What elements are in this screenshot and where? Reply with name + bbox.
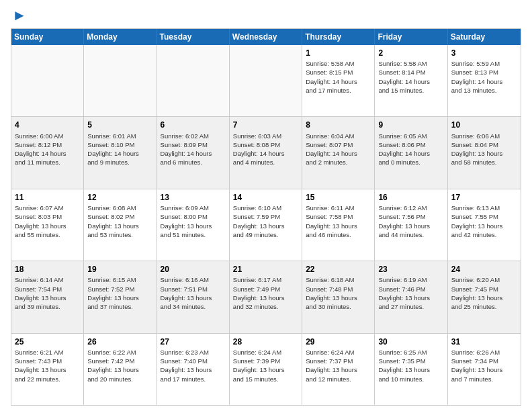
calendar-cell: 12Sunrise: 6:08 AM Sunset: 8:02 PM Dayli… xyxy=(84,189,157,261)
day-number: 26 xyxy=(87,336,152,347)
calendar-row: 4Sunrise: 6:00 AM Sunset: 8:12 PM Daylig… xyxy=(11,116,521,188)
day-info: Sunrise: 6:09 AM Sunset: 8:00 PM Dayligh… xyxy=(161,203,226,239)
day-info: Sunrise: 6:23 AM Sunset: 7:40 PM Dayligh… xyxy=(161,348,226,383)
calendar-cell: 20Sunrise: 6:16 AM Sunset: 7:51 PM Dayli… xyxy=(157,261,230,332)
day-number: 2 xyxy=(378,48,443,58)
calendar-header-cell: Saturday xyxy=(448,29,521,45)
day-info: Sunrise: 6:13 AM Sunset: 7:55 PM Dayligh… xyxy=(451,203,517,239)
day-info: Sunrise: 6:22 AM Sunset: 7:42 PM Dayligh… xyxy=(87,348,152,383)
calendar-cell: 21Sunrise: 6:17 AM Sunset: 7:49 PM Dayli… xyxy=(230,261,302,332)
day-info: Sunrise: 6:21 AM Sunset: 7:43 PM Dayligh… xyxy=(15,348,80,383)
calendar-cell: 8Sunrise: 6:04 AM Sunset: 8:07 PM Daylig… xyxy=(302,117,375,188)
calendar-row: 25Sunrise: 6:21 AM Sunset: 7:43 PM Dayli… xyxy=(11,333,521,405)
day-number: 19 xyxy=(87,264,152,275)
day-info: Sunrise: 6:14 AM Sunset: 7:54 PM Dayligh… xyxy=(15,275,80,311)
calendar-cell: 6Sunrise: 6:02 AM Sunset: 8:09 PM Daylig… xyxy=(157,117,230,188)
calendar-header-cell: Monday xyxy=(84,29,157,45)
day-info: Sunrise: 6:01 AM Sunset: 8:10 PM Dayligh… xyxy=(87,132,152,167)
calendar-cell: 19Sunrise: 6:15 AM Sunset: 7:52 PM Dayli… xyxy=(84,261,157,332)
day-info: Sunrise: 6:18 AM Sunset: 7:48 PM Dayligh… xyxy=(306,275,371,311)
calendar-cell: 5Sunrise: 6:01 AM Sunset: 8:10 PM Daylig… xyxy=(84,117,157,188)
calendar-cell: 14Sunrise: 6:10 AM Sunset: 7:59 PM Dayli… xyxy=(230,189,302,261)
calendar-cell: 29Sunrise: 6:24 AM Sunset: 7:37 PM Dayli… xyxy=(302,334,375,405)
calendar-header-cell: Wednesday xyxy=(230,29,302,45)
calendar-cell: 13Sunrise: 6:09 AM Sunset: 8:00 PM Dayli… xyxy=(157,189,230,261)
day-number: 11 xyxy=(15,192,80,203)
calendar-cell: 7Sunrise: 6:03 AM Sunset: 8:08 PM Daylig… xyxy=(230,117,302,188)
calendar-cell: 23Sunrise: 6:19 AM Sunset: 7:46 PM Dayli… xyxy=(375,261,447,332)
calendar-header-cell: Sunday xyxy=(11,29,84,45)
day-info: Sunrise: 5:58 AM Sunset: 8:14 PM Dayligh… xyxy=(378,59,443,95)
day-number: 20 xyxy=(161,264,226,275)
header: ► xyxy=(11,7,521,24)
day-info: Sunrise: 6:11 AM Sunset: 7:58 PM Dayligh… xyxy=(306,203,371,239)
day-info: Sunrise: 6:08 AM Sunset: 8:02 PM Dayligh… xyxy=(87,203,152,239)
calendar-cell: 9Sunrise: 6:05 AM Sunset: 8:06 PM Daylig… xyxy=(375,117,447,188)
day-info: Sunrise: 6:07 AM Sunset: 8:03 PM Dayligh… xyxy=(15,203,80,239)
day-number: 30 xyxy=(378,336,443,347)
day-number: 4 xyxy=(15,120,80,130)
day-number: 24 xyxy=(451,264,517,275)
calendar-cell: 25Sunrise: 6:21 AM Sunset: 7:43 PM Dayli… xyxy=(11,334,84,405)
day-info: Sunrise: 6:15 AM Sunset: 7:52 PM Dayligh… xyxy=(87,275,152,311)
day-info: Sunrise: 6:00 AM Sunset: 8:12 PM Dayligh… xyxy=(15,132,80,167)
calendar-cell: 30Sunrise: 6:25 AM Sunset: 7:35 PM Dayli… xyxy=(375,334,447,405)
day-info: Sunrise: 6:20 AM Sunset: 7:45 PM Dayligh… xyxy=(451,275,517,311)
day-number: 23 xyxy=(378,264,443,275)
day-number: 12 xyxy=(87,192,152,203)
calendar-cell: 3Sunrise: 5:59 AM Sunset: 8:13 PM Daylig… xyxy=(448,45,521,116)
calendar-cell: 18Sunrise: 6:14 AM Sunset: 7:54 PM Dayli… xyxy=(11,261,84,332)
day-info: Sunrise: 6:25 AM Sunset: 7:35 PM Dayligh… xyxy=(378,348,443,383)
day-info: Sunrise: 6:03 AM Sunset: 8:08 PM Dayligh… xyxy=(233,132,298,167)
day-number: 27 xyxy=(161,336,226,347)
day-number: 5 xyxy=(87,120,152,130)
calendar-cell: 2Sunrise: 5:58 AM Sunset: 8:14 PM Daylig… xyxy=(375,45,447,116)
calendar-header: SundayMondayTuesdayWednesdayThursdayFrid… xyxy=(11,29,521,45)
calendar-cell xyxy=(230,45,302,116)
day-number: 25 xyxy=(15,336,80,347)
day-number: 1 xyxy=(306,48,371,58)
day-number: 18 xyxy=(15,264,80,275)
day-info: Sunrise: 6:24 AM Sunset: 7:37 PM Dayligh… xyxy=(306,348,371,383)
calendar-row: 11Sunrise: 6:07 AM Sunset: 8:03 PM Dayli… xyxy=(11,189,521,261)
day-info: Sunrise: 6:05 AM Sunset: 8:06 PM Dayligh… xyxy=(378,132,443,167)
day-number: 3 xyxy=(451,48,517,58)
day-number: 31 xyxy=(451,336,517,347)
day-info: Sunrise: 6:10 AM Sunset: 7:59 PM Dayligh… xyxy=(233,203,298,239)
calendar-header-cell: Tuesday xyxy=(157,29,230,45)
calendar-cell: 22Sunrise: 6:18 AM Sunset: 7:48 PM Dayli… xyxy=(302,261,375,332)
calendar-cell: 31Sunrise: 6:26 AM Sunset: 7:34 PM Dayli… xyxy=(448,334,521,405)
day-number: 9 xyxy=(378,120,443,130)
day-number: 17 xyxy=(451,192,517,203)
day-info: Sunrise: 6:02 AM Sunset: 8:09 PM Dayligh… xyxy=(161,132,226,167)
calendar-header-cell: Thursday xyxy=(302,29,375,45)
day-number: 16 xyxy=(378,192,443,203)
day-info: Sunrise: 5:58 AM Sunset: 8:15 PM Dayligh… xyxy=(306,59,371,95)
logo-icon: ► xyxy=(12,7,27,24)
day-number: 8 xyxy=(306,120,371,130)
day-number: 15 xyxy=(306,192,371,203)
calendar-cell: 1Sunrise: 5:58 AM Sunset: 8:15 PM Daylig… xyxy=(302,45,375,116)
calendar-cell: 26Sunrise: 6:22 AM Sunset: 7:42 PM Dayli… xyxy=(84,334,157,405)
day-info: Sunrise: 6:04 AM Sunset: 8:07 PM Dayligh… xyxy=(306,132,371,167)
calendar-cell xyxy=(157,45,230,116)
day-info: Sunrise: 6:16 AM Sunset: 7:51 PM Dayligh… xyxy=(161,275,226,311)
day-info: Sunrise: 5:59 AM Sunset: 8:13 PM Dayligh… xyxy=(451,59,517,95)
day-number: 22 xyxy=(306,264,371,275)
calendar-cell xyxy=(84,45,157,116)
day-number: 14 xyxy=(233,192,298,203)
calendar-cell: 17Sunrise: 6:13 AM Sunset: 7:55 PM Dayli… xyxy=(448,189,521,261)
day-number: 7 xyxy=(233,120,298,130)
calendar-body: 1Sunrise: 5:58 AM Sunset: 8:15 PM Daylig… xyxy=(11,45,521,405)
day-info: Sunrise: 6:17 AM Sunset: 7:49 PM Dayligh… xyxy=(233,275,298,311)
day-info: Sunrise: 6:19 AM Sunset: 7:46 PM Dayligh… xyxy=(378,275,443,311)
day-number: 10 xyxy=(451,120,517,130)
calendar-cell: 27Sunrise: 6:23 AM Sunset: 7:40 PM Dayli… xyxy=(157,334,230,405)
day-info: Sunrise: 6:12 AM Sunset: 7:56 PM Dayligh… xyxy=(378,203,443,239)
calendar-cell: 28Sunrise: 6:24 AM Sunset: 7:39 PM Dayli… xyxy=(230,334,302,405)
calendar-header-cell: Friday xyxy=(375,29,447,45)
calendar-cell: 4Sunrise: 6:00 AM Sunset: 8:12 PM Daylig… xyxy=(11,117,84,188)
logo: ► xyxy=(11,7,27,24)
calendar-cell: 16Sunrise: 6:12 AM Sunset: 7:56 PM Dayli… xyxy=(375,189,447,261)
calendar-cell: 24Sunrise: 6:20 AM Sunset: 7:45 PM Dayli… xyxy=(448,261,521,332)
